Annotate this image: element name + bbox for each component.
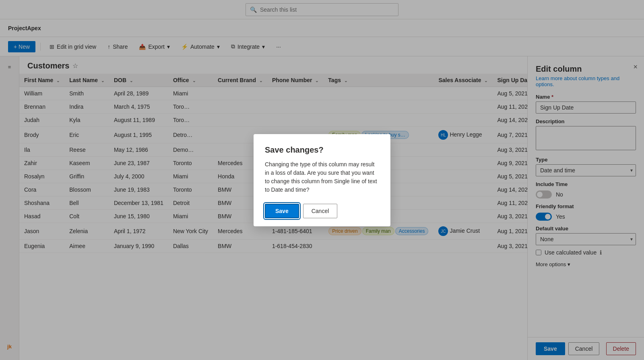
dialog-overlay: Save changes? Changing the type of this …: [0, 0, 644, 360]
dialog-title: Save changes?: [265, 145, 379, 155]
dialog-save-button[interactable]: Save: [265, 204, 299, 218]
dialog-body: Changing the type of this column may res…: [265, 160, 379, 194]
dialog-actions: Save Cancel: [265, 204, 379, 218]
save-changes-dialog: Save changes? Changing the type of this …: [254, 134, 390, 226]
dialog-cancel-button[interactable]: Cancel: [303, 204, 338, 218]
